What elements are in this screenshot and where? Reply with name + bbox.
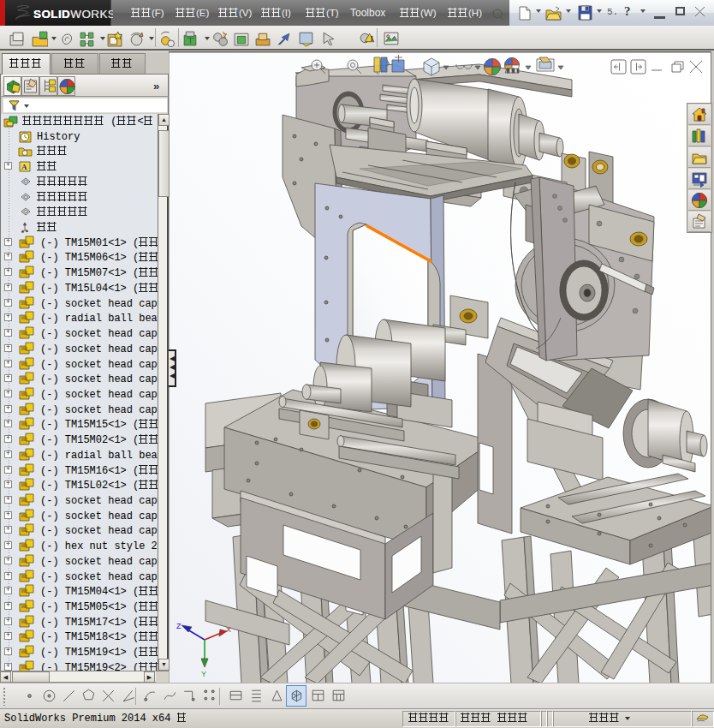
svg-text:!: ! (371, 34, 373, 43)
svg-text:X: X (226, 625, 231, 634)
svg-text:SOLIDWORKS: SOLIDWORKS (33, 8, 113, 21)
svg-text:Y: Y (201, 670, 206, 678)
svg-text:A: A (21, 163, 27, 171)
svg-text:Z: Z (176, 622, 181, 630)
